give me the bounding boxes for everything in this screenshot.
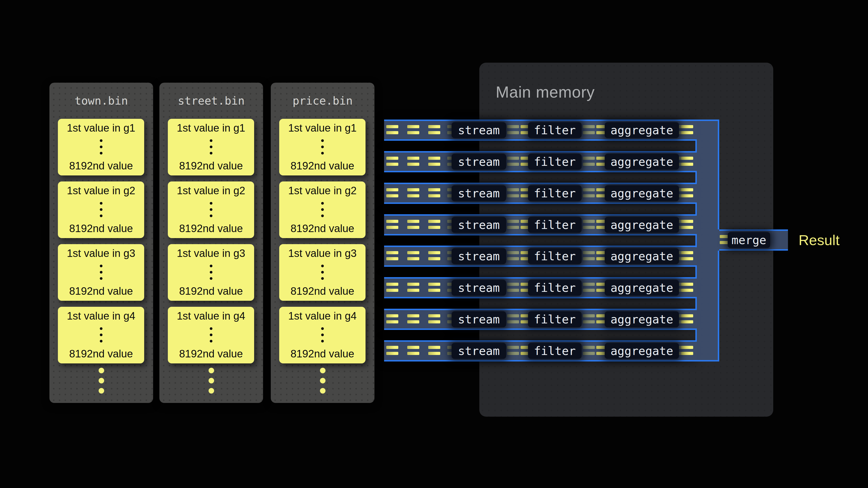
dot-icon	[100, 145, 102, 148]
equals-icon	[507, 157, 519, 166]
equals-icon	[583, 346, 595, 355]
dot-icon	[100, 340, 102, 343]
value-block: 1st value in g18192nd value	[279, 119, 366, 175]
equals-icon	[507, 283, 519, 292]
column-ellipsis-dot-icon	[99, 378, 104, 383]
equals-icon	[407, 188, 419, 197]
value-block: 1st value in g38192nd value	[168, 244, 254, 301]
stage-box-aggregate: aggregate	[605, 280, 679, 296]
file-title: price.bin	[271, 94, 374, 107]
vertical-ellipsis-icon	[210, 202, 212, 217]
stage-box-stream: stream	[452, 217, 506, 233]
stage-box-aggregate: aggregate	[605, 311, 679, 327]
spine-edge-segment	[718, 120, 719, 229]
vertical-ellipsis-icon	[210, 139, 212, 155]
value-block-last-label: 8192nd value	[69, 160, 133, 171]
vertical-ellipsis-icon	[100, 265, 102, 280]
pipe-row: streamfilteraggregate	[384, 214, 697, 235]
equals-icon	[407, 157, 419, 166]
value-block-first-label: 1st value in g3	[288, 248, 356, 259]
equals-icon	[407, 251, 419, 260]
equals-icon	[386, 346, 398, 355]
pipe-notch-divider	[695, 171, 697, 184]
value-block-first-label: 1st value in g3	[67, 248, 135, 259]
dot-icon	[321, 333, 324, 336]
dot-icon	[210, 152, 212, 155]
equals-icon	[681, 220, 693, 229]
pipe-notch-divider	[695, 297, 697, 310]
equals-icon	[507, 220, 519, 229]
dot-icon	[321, 340, 324, 343]
value-block-first-label: 1st value in g1	[67, 122, 135, 134]
value-block-last-label: 8192nd value	[179, 348, 243, 360]
stage-box-stream: stream	[452, 154, 506, 170]
equals-icon	[428, 314, 440, 323]
vertical-ellipsis-icon	[100, 327, 102, 343]
vertical-ellipsis-icon	[321, 265, 324, 280]
value-block-first-label: 1st value in g4	[67, 310, 135, 322]
dot-icon	[210, 277, 212, 280]
equals-icon	[681, 283, 693, 292]
file-title: town.bin	[50, 94, 153, 107]
equals-icon	[681, 251, 693, 260]
dot-icon	[321, 277, 324, 280]
pipe-spine	[697, 120, 719, 361]
pipe-row: streamfilteraggregate	[384, 340, 697, 361]
equals-icon	[407, 220, 419, 229]
equals-icon	[681, 188, 693, 197]
equals-icon	[428, 157, 440, 166]
equals-icon	[583, 220, 595, 229]
equals-icon	[583, 314, 595, 323]
equals-icon	[507, 125, 519, 134]
merge-box: merge	[728, 232, 770, 248]
dot-icon	[210, 215, 212, 217]
equals-icon	[681, 157, 693, 166]
value-block-last-label: 8192nd value	[290, 223, 354, 234]
equals-icon	[507, 346, 519, 355]
value-block: 1st value in g18192nd value	[58, 119, 144, 175]
value-block-last-label: 8192nd value	[69, 348, 133, 360]
equals-icon	[407, 283, 419, 292]
pipe-notch-divider	[695, 234, 697, 247]
dot-icon	[321, 215, 324, 217]
dot-icon	[100, 333, 102, 336]
main-memory-title: Main memory	[496, 83, 595, 101]
equals-icon	[428, 283, 440, 292]
dot-icon	[100, 202, 102, 205]
value-block: 1st value in g48192nd value	[279, 307, 366, 363]
file-column: street.bin1st value in g18192nd value1st…	[159, 83, 263, 403]
stage-box-aggregate: aggregate	[605, 248, 679, 264]
stage-box-aggregate: aggregate	[605, 185, 679, 201]
stage-box-filter: filter	[528, 122, 582, 138]
vertical-ellipsis-icon	[100, 139, 102, 155]
equals-icon	[407, 314, 419, 323]
value-block: 1st value in g28192nd value	[168, 182, 254, 238]
equals-icon	[583, 283, 595, 292]
pipe-notch-divider	[695, 265, 697, 279]
value-block-first-label: 1st value in g2	[67, 185, 135, 196]
result-label: Result	[799, 232, 840, 249]
dot-icon	[100, 265, 102, 267]
value-block-first-label: 1st value in g4	[288, 310, 356, 322]
value-block-last-label: 8192nd value	[179, 285, 243, 297]
dot-icon	[321, 145, 324, 148]
value-block-last-label: 8192nd value	[290, 285, 354, 297]
stage-box-aggregate: aggregate	[605, 154, 679, 170]
equals-icon	[681, 125, 693, 134]
stage-box-aggregate: aggregate	[605, 343, 679, 359]
column-ellipsis-dot-icon	[209, 388, 214, 394]
equals-icon	[583, 188, 595, 197]
dot-icon	[100, 277, 102, 280]
equals-icon	[507, 251, 519, 260]
stage-box-stream: stream	[452, 248, 506, 264]
pipe-row: streamfilteraggregate	[384, 120, 697, 141]
stage-box-stream: stream	[452, 343, 506, 359]
file-column: town.bin1st value in g18192nd value1st v…	[50, 83, 153, 403]
stage-box-stream: stream	[452, 280, 506, 296]
equals-icon	[583, 251, 595, 260]
pipe-notch-divider	[695, 139, 697, 153]
dot-icon	[100, 139, 102, 142]
dot-icon	[100, 215, 102, 217]
stage-box-filter: filter	[528, 248, 582, 264]
value-block-first-label: 1st value in g4	[177, 310, 245, 322]
